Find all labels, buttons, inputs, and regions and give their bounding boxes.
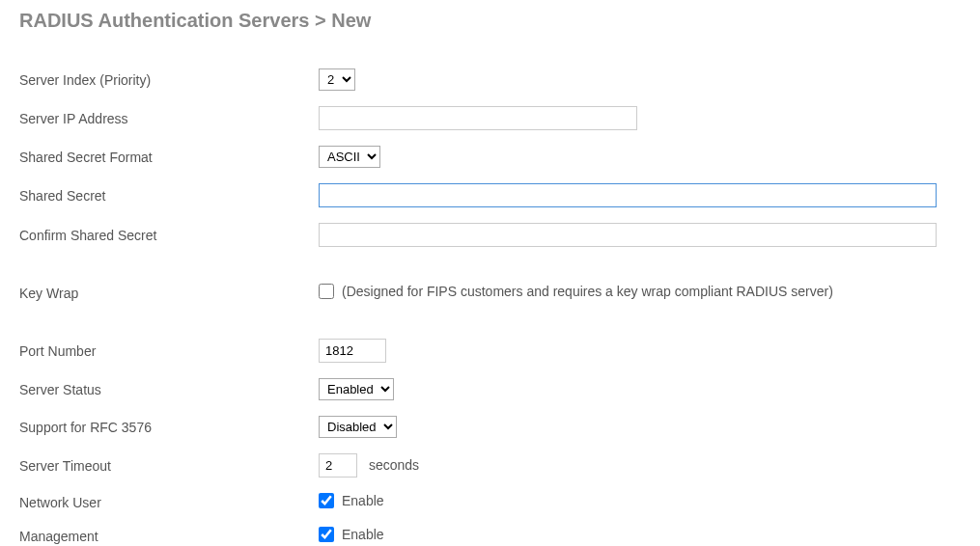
label-management: Management (19, 519, 319, 546)
server-status-select[interactable]: Enabled (319, 378, 394, 400)
rfc3576-select[interactable]: Disabled (319, 416, 397, 438)
network-user-checkbox[interactable] (319, 493, 334, 508)
label-server-index: Server Index (Priority) (19, 61, 319, 98)
label-network-user: Network User (19, 485, 319, 519)
key-wrap-note: (Designed for FIPS customers and require… (342, 284, 833, 299)
label-secret-format: Shared Secret Format (19, 138, 319, 176)
label-port-number: Port Number (19, 331, 319, 370)
label-server-ip: Server IP Address (19, 98, 319, 138)
server-index-select[interactable]: 2 (319, 68, 355, 91)
management-checkbox[interactable] (319, 527, 334, 542)
confirm-secret-input[interactable] (319, 223, 937, 247)
key-wrap-checkbox[interactable] (319, 284, 334, 299)
label-server-timeout: Server Timeout (19, 446, 319, 485)
shared-secret-input[interactable] (319, 183, 937, 207)
seconds-label: seconds (369, 457, 419, 473)
label-confirm-secret: Confirm Shared Secret (19, 215, 319, 255)
management-enable-label: Enable (342, 527, 384, 542)
radius-form: Server Index (Priority) 2 Server IP Addr… (19, 61, 946, 546)
label-key-wrap: Key Wrap (19, 276, 319, 310)
server-timeout-input[interactable] (319, 453, 357, 478)
page-title: RADIUS Authentication Servers > New (19, 10, 961, 32)
label-server-status: Server Status (19, 370, 319, 408)
network-user-enable-label: Enable (342, 493, 384, 508)
server-ip-input[interactable] (319, 106, 637, 130)
label-shared-secret: Shared Secret (19, 176, 319, 215)
secret-format-select[interactable]: ASCII (319, 146, 380, 168)
port-number-input[interactable] (319, 339, 386, 363)
label-rfc3576: Support for RFC 3576 (19, 408, 319, 446)
